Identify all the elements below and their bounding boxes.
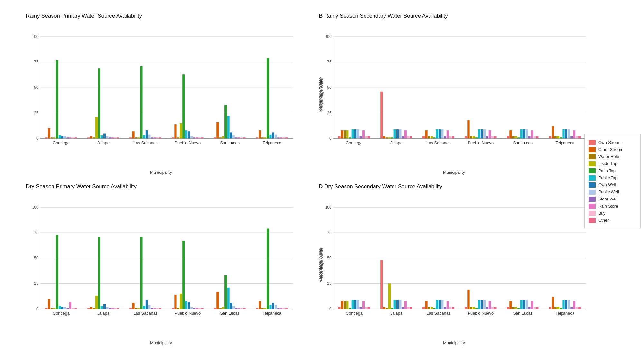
bar xyxy=(354,129,356,138)
svg-text:Telpaneca: Telpaneca xyxy=(555,140,574,145)
bar xyxy=(74,308,77,309)
bar xyxy=(111,137,114,138)
bar xyxy=(283,137,285,138)
legend-item: Water Hole xyxy=(589,154,637,159)
x-axis-label: Municipality xyxy=(319,170,589,175)
bar xyxy=(531,301,533,309)
bar xyxy=(362,301,365,309)
bar xyxy=(232,135,235,138)
bar xyxy=(399,129,401,138)
bar xyxy=(407,307,409,309)
bar xyxy=(425,301,427,309)
bar xyxy=(114,308,116,309)
bar xyxy=(560,137,562,138)
bar xyxy=(565,300,567,309)
svg-text:Condega: Condega xyxy=(346,311,363,316)
bar xyxy=(428,136,430,138)
bar xyxy=(151,137,153,138)
svg-text:50: 50 xyxy=(34,256,39,260)
bar xyxy=(534,307,536,309)
legend-swatch xyxy=(589,154,596,159)
bar xyxy=(515,307,517,309)
bar xyxy=(489,130,491,138)
bar xyxy=(449,307,451,309)
bar xyxy=(264,308,266,309)
bar xyxy=(103,134,106,139)
bar xyxy=(69,137,71,138)
bar xyxy=(67,137,69,138)
bar xyxy=(74,137,77,138)
chart-area: 0255075100CondegaJalapaLas SabanasPueblo… xyxy=(26,190,296,339)
bar xyxy=(549,136,551,138)
bar xyxy=(146,130,148,138)
svg-text:Jalapa: Jalapa xyxy=(97,311,110,316)
bar xyxy=(449,136,451,138)
svg-text:0: 0 xyxy=(36,136,39,141)
bar xyxy=(507,307,509,309)
svg-text:100: 100 xyxy=(32,205,39,209)
bar xyxy=(402,307,404,309)
chart-title: B Rainy Season Secondary Water Source Av… xyxy=(319,13,589,19)
bar xyxy=(507,136,509,138)
bar xyxy=(473,136,475,138)
legend-panel: Own StreamOther StreamWater HoleInside T… xyxy=(584,134,641,228)
bar xyxy=(554,136,556,138)
svg-text:25: 25 xyxy=(327,111,332,115)
bar xyxy=(483,300,486,309)
bar xyxy=(151,308,153,309)
bar xyxy=(219,137,222,138)
bar xyxy=(129,137,132,138)
bar xyxy=(241,137,243,138)
y-axis-label: Percentage Water xyxy=(318,249,323,282)
bar xyxy=(59,135,61,138)
bar xyxy=(576,136,578,138)
legend-label: Public Tap xyxy=(598,175,618,180)
chart-svg: 0255075100CondegaJalapaLas SabanasPueblo… xyxy=(26,20,296,168)
bar xyxy=(235,308,237,309)
bar xyxy=(146,300,148,309)
svg-text:Jalapa: Jalapa xyxy=(390,140,403,145)
chart-A: Rainy Season Primary Water Source Availa… xyxy=(6,10,299,180)
bar xyxy=(565,129,567,138)
bar xyxy=(214,308,216,309)
svg-text:Pueblo Nuevo: Pueblo Nuevo xyxy=(175,311,201,316)
bar xyxy=(154,137,156,138)
bar xyxy=(143,135,145,138)
bar xyxy=(465,307,467,309)
bar xyxy=(61,307,63,309)
bar xyxy=(481,129,483,138)
svg-text:Las Sabanas: Las Sabanas xyxy=(426,311,450,316)
bar xyxy=(243,137,245,138)
bar xyxy=(230,132,232,138)
bar xyxy=(441,300,443,309)
bar xyxy=(111,308,114,309)
bar xyxy=(383,307,385,309)
legend-item: Own Well xyxy=(589,182,637,188)
svg-text:Pueblo Nuevo: Pueblo Nuevo xyxy=(468,311,494,316)
bar xyxy=(512,307,515,309)
bar xyxy=(267,58,269,139)
bar xyxy=(140,66,142,139)
chart-area: 0255075100CondegaJalapaLas SabanasPueblo… xyxy=(26,20,296,168)
legend-swatch xyxy=(589,204,596,209)
bar xyxy=(269,135,271,139)
svg-text:75: 75 xyxy=(327,230,332,235)
bar xyxy=(354,300,356,309)
bar xyxy=(261,137,263,138)
svg-text:Condega: Condega xyxy=(346,140,363,145)
bar xyxy=(349,308,351,309)
svg-text:50: 50 xyxy=(327,85,332,90)
bar xyxy=(174,124,176,138)
bar xyxy=(45,308,47,309)
legend-swatch xyxy=(589,161,596,166)
bar xyxy=(117,308,119,309)
svg-text:100: 100 xyxy=(325,205,332,209)
chart-svg: 0255075100CondegaJalapaLas SabanasPueblo… xyxy=(319,190,589,339)
x-axis-label: Municipality xyxy=(26,170,296,175)
bar xyxy=(235,137,237,138)
bar xyxy=(447,130,449,138)
bar xyxy=(59,306,61,309)
bar xyxy=(275,305,277,309)
bar xyxy=(172,308,174,309)
bar xyxy=(98,68,100,138)
